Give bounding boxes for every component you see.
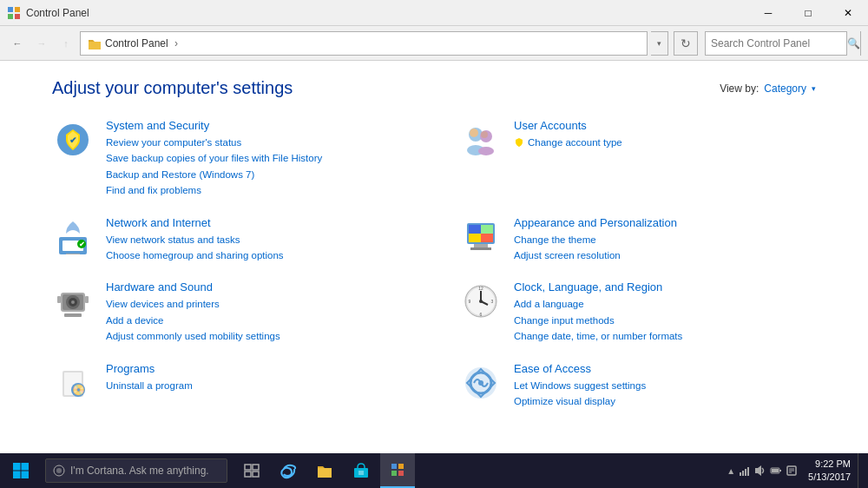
search-icon[interactable]: 🔍 bbox=[846, 31, 860, 56]
folder-icon bbox=[88, 36, 102, 50]
minimize-button[interactable]: ─ bbox=[748, 0, 788, 26]
svg-rect-53 bbox=[22, 472, 30, 479]
svg-rect-24 bbox=[474, 244, 488, 247]
uninstall-program-link[interactable]: Uninstall a program bbox=[106, 378, 408, 393]
window-title: Control Panel bbox=[26, 7, 89, 19]
control-panel-taskbar-button[interactable] bbox=[380, 453, 415, 488]
address-path[interactable]: Control Panel › bbox=[80, 31, 648, 56]
address-dropdown[interactable]: ▾ bbox=[651, 31, 668, 56]
svg-rect-67 bbox=[742, 471, 744, 476]
svg-text:6: 6 bbox=[480, 312, 483, 317]
backup-restore-link[interactable]: Backup and Restore (Windows 7) bbox=[106, 167, 408, 182]
appearance-title[interactable]: Appearance and Personalization bbox=[514, 216, 816, 229]
address-bar: ← → ↑ Control Panel › ▾ ↻ 🔍 bbox=[0, 26, 868, 61]
up-button[interactable]: ↑ bbox=[56, 33, 76, 54]
add-device-link[interactable]: Add a device bbox=[106, 313, 408, 328]
svg-rect-66 bbox=[740, 472, 741, 476]
change-theme-link[interactable]: Change the theme bbox=[514, 232, 816, 247]
task-view-icon bbox=[244, 464, 260, 478]
svg-rect-2 bbox=[8, 14, 13, 19]
user-accounts-content: User Accounts Change account type bbox=[514, 119, 816, 150]
svg-rect-20 bbox=[469, 225, 481, 234]
taskbar-datetime[interactable]: 9:22 PM 5/13/2017 bbox=[808, 458, 851, 485]
optimize-visual-display-link[interactable]: Optimize visual display bbox=[514, 393, 816, 409]
file-explorer-button[interactable] bbox=[307, 453, 342, 488]
svg-rect-58 bbox=[245, 472, 251, 477]
view-by-dropdown-icon[interactable]: ▾ bbox=[812, 84, 816, 93]
svg-rect-56 bbox=[245, 465, 251, 470]
svg-point-9 bbox=[478, 147, 494, 155]
svg-rect-32 bbox=[57, 296, 61, 303]
cortana-search[interactable]: I'm Cortana. Ask me anything. bbox=[45, 458, 227, 483]
back-button[interactable]: ← bbox=[7, 33, 28, 54]
adjust-screen-resolution-link[interactable]: Adjust screen resolution bbox=[514, 247, 816, 263]
edge-browser-button[interactable] bbox=[271, 453, 306, 488]
show-hidden-icons[interactable]: ▲ bbox=[727, 466, 735, 476]
task-view-button[interactable] bbox=[234, 453, 269, 488]
system-security-title[interactable]: System and Security bbox=[106, 119, 408, 132]
change-account-type-link[interactable]: Change account type bbox=[528, 135, 622, 150]
change-date-time-link[interactable]: Change date, time, or number formats bbox=[514, 328, 816, 344]
page-title: Adjust your computer's settings bbox=[52, 78, 293, 98]
review-computer-status-link[interactable]: Review your computer's status bbox=[106, 135, 408, 150]
maximize-button[interactable]: □ bbox=[788, 0, 828, 26]
view-by-value[interactable]: Category bbox=[764, 82, 806, 95]
forward-button[interactable]: → bbox=[31, 33, 52, 54]
find-fix-problems-link[interactable]: Find and fix problems bbox=[106, 182, 408, 198]
svg-rect-51 bbox=[22, 463, 30, 471]
clock-language-icon: 12 3 6 9 bbox=[460, 280, 502, 322]
category-clock-language: 12 3 6 9 Clock, Language, and Region Add… bbox=[460, 280, 816, 344]
control-panel-taskbar-icon bbox=[391, 463, 404, 477]
choose-homegroup-link[interactable]: Choose homegroup and sharing options bbox=[106, 247, 408, 263]
programs-title[interactable]: Programs bbox=[106, 362, 408, 375]
let-windows-suggest-link[interactable]: Let Windows suggest settings bbox=[514, 378, 816, 393]
svg-rect-69 bbox=[747, 467, 749, 476]
network-internet-content: Network and Internet View network status… bbox=[106, 216, 408, 264]
store-button[interactable] bbox=[344, 453, 378, 488]
battery-icon bbox=[770, 465, 782, 477]
search-box[interactable]: 🔍 bbox=[705, 31, 861, 56]
user-accounts-title[interactable]: User Accounts bbox=[514, 119, 816, 132]
action-center-icon bbox=[786, 465, 798, 477]
svg-point-30 bbox=[71, 300, 75, 304]
window-controls: ─ □ ✕ bbox=[748, 0, 868, 26]
refresh-button[interactable]: ↻ bbox=[674, 31, 698, 56]
svg-rect-21 bbox=[481, 225, 493, 234]
svg-rect-22 bbox=[469, 234, 481, 242]
close-button[interactable]: ✕ bbox=[828, 0, 868, 26]
svg-rect-73 bbox=[772, 469, 779, 472]
programs-icon: 📀 bbox=[52, 362, 94, 404]
svg-rect-15 bbox=[66, 254, 80, 254]
svg-rect-57 bbox=[253, 465, 259, 470]
hardware-sound-title[interactable]: Hardware and Sound bbox=[106, 280, 408, 293]
view-by-label: View by: bbox=[720, 82, 759, 95]
save-backup-link[interactable]: Save backup copies of your files with Fi… bbox=[106, 150, 408, 166]
change-input-methods-link[interactable]: Change input methods bbox=[514, 313, 816, 328]
main-content: Adjust your computer's settings View by:… bbox=[0, 61, 868, 434]
view-network-status-link[interactable]: View network status and tasks bbox=[106, 232, 408, 247]
svg-text:3: 3 bbox=[491, 299, 494, 304]
taskbar-date-display: 5/13/2017 bbox=[808, 471, 851, 484]
add-language-link[interactable]: Add a language bbox=[514, 296, 816, 312]
taskbar-right: ▲ 9:22 PM bbox=[727, 453, 868, 488]
category-programs: 📀 Programs Uninstall a program bbox=[52, 362, 408, 410]
network-internet-title[interactable]: Network and Internet bbox=[106, 216, 408, 229]
search-input[interactable] bbox=[706, 32, 846, 55]
adjust-mobility-link[interactable]: Adjust commonly used mobility settings bbox=[106, 328, 408, 344]
show-desktop-button[interactable] bbox=[858, 453, 861, 488]
view-devices-printers-link[interactable]: View devices and printers bbox=[106, 296, 408, 312]
clock-language-title[interactable]: Clock, Language, and Region bbox=[514, 280, 816, 293]
system-security-content: System and Security Review your computer… bbox=[106, 119, 408, 199]
title-bar: Control Panel ─ □ ✕ bbox=[0, 0, 868, 26]
svg-rect-50 bbox=[13, 463, 21, 471]
ease-of-access-title[interactable]: Ease of Access bbox=[514, 362, 816, 375]
svg-rect-63 bbox=[398, 464, 404, 469]
svg-marker-70 bbox=[755, 465, 761, 476]
svg-rect-64 bbox=[391, 471, 397, 476]
svg-rect-52 bbox=[13, 472, 21, 479]
start-button[interactable] bbox=[0, 453, 42, 488]
svg-point-49 bbox=[478, 380, 483, 386]
svg-rect-61 bbox=[358, 471, 364, 475]
svg-rect-72 bbox=[779, 470, 781, 472]
cortana-search-text: I'm Cortana. Ask me anything. bbox=[70, 465, 209, 477]
